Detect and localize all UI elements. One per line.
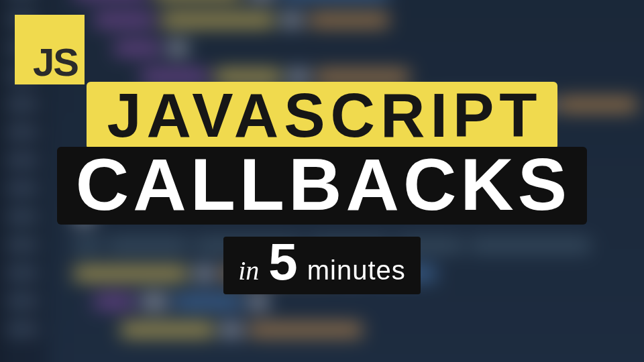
subtitle-suffix: minutes	[307, 255, 406, 286]
title-line-1: JAVASCRIPT	[87, 82, 557, 149]
subtitle: in 5 minutes	[223, 237, 421, 294]
javascript-logo-text: JS	[33, 43, 78, 82]
title-stack: JAVASCRIPT CALLBACKS in 5 minutes	[0, 82, 644, 294]
subtitle-number: 5	[268, 241, 297, 282]
title-line-2: CALLBACKS	[57, 147, 587, 225]
javascript-logo-badge: JS	[15, 15, 85, 84]
subtitle-prefix: in	[238, 255, 259, 286]
